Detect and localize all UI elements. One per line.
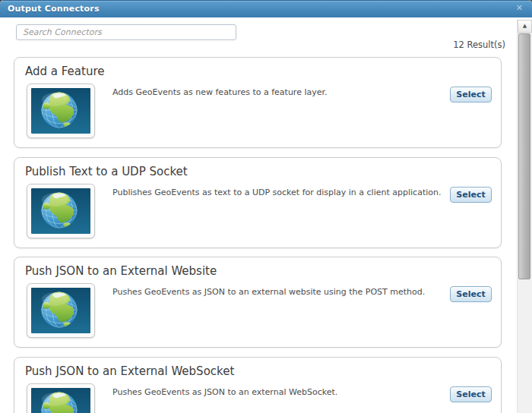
- connector-title: Push JSON to an External WebSocket: [25, 364, 234, 378]
- connector-title: Push JSON to an External Website: [25, 264, 217, 278]
- globe-icon: [31, 88, 90, 134]
- select-button[interactable]: Select: [450, 87, 492, 102]
- search-input[interactable]: [16, 24, 236, 40]
- select-button[interactable]: Select: [450, 386, 492, 402]
- globe-icon: [31, 288, 90, 333]
- connector-thumbnail: [27, 184, 95, 238]
- connector-thumbnail: [27, 283, 95, 338]
- connector-card: Publish Text to a UDP Socket Publishes G…: [14, 157, 502, 248]
- connector-title: Add a Feature: [25, 65, 104, 78]
- scrollbar-thumb[interactable]: [518, 33, 530, 279]
- connector-thumbnail: [27, 84, 95, 138]
- connector-description: Pushes GeoEvents as JSON to an external …: [112, 287, 444, 298]
- vertical-scrollbar[interactable]: ▲: [517, 20, 532, 413]
- dialog-title: Output Connectors: [8, 4, 100, 14]
- connector-card: Push JSON to an External Website Pushes …: [14, 257, 502, 348]
- connector-title: Publish Text to a UDP Socket: [25, 165, 188, 178]
- globe-icon: [31, 188, 90, 234]
- select-button[interactable]: Select: [450, 286, 492, 302]
- connector-card: Push JSON to an External WebSocket Pushe…: [14, 357, 502, 413]
- connector-description: Pushes GeoEvents as JSON to an external …: [112, 387, 444, 398]
- globe-icon: [31, 388, 90, 413]
- output-connectors-dialog: Output Connectors ✕ 12 Result(s) Add a F…: [0, 0, 532, 413]
- scroll-up-arrow-icon[interactable]: ▲: [518, 20, 532, 33]
- select-button[interactable]: Select: [450, 187, 492, 203]
- connector-thumbnail: [27, 383, 95, 413]
- connector-description: Adds GeoEvents as new features to a feat…: [112, 87, 444, 98]
- connector-card: Add a Feature Adds GeoEvents as new feat…: [14, 57, 502, 148]
- connector-description: Publishes GeoEvents as text to a UDP soc…: [112, 188, 444, 198]
- close-icon[interactable]: ✕: [516, 3, 523, 14]
- results-count: 12 Result(s): [453, 39, 505, 50]
- dialog-titlebar: Output Connectors ✕: [0, 0, 532, 17]
